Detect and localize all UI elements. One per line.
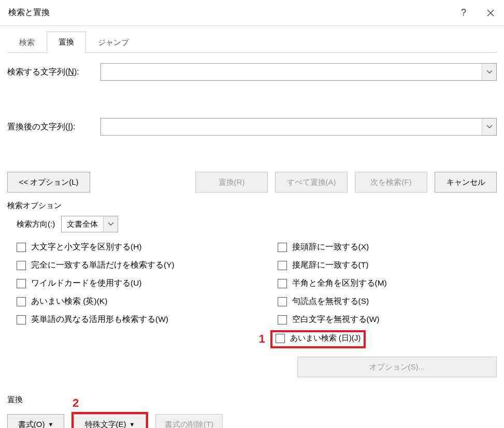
find-label: 検索する文字列(N): — [7, 67, 100, 78]
fuzzy-jp-label: あいまい検索 (日)(J) — [290, 333, 361, 343]
wildcards-row[interactable]: ワイルドカードを使用する(U) — [17, 278, 236, 289]
tab-replace[interactable]: 置換 — [47, 32, 86, 53]
prefix-checkbox[interactable] — [278, 243, 287, 252]
annotation-1: 1 — [259, 332, 265, 346]
help-button[interactable]: ? — [450, 0, 477, 26]
match-case-label: 大文字と小文字を区別する(H) — [31, 242, 142, 253]
match-case-row[interactable]: 大文字と小文字を区別する(H) — [17, 242, 236, 253]
options-grid: 大文字と小文字を区別する(H) 完全に一致する単語だけを検索する(Y) ワイルド… — [17, 242, 497, 377]
find-row: 検索する文字列(N): — [7, 63, 497, 81]
window-title: 検索と置換 — [8, 7, 450, 18]
punctuation-row[interactable]: 句読点を無視する(S) — [278, 296, 497, 307]
direction-combo[interactable]: 文書全体 — [61, 216, 118, 232]
chevron-down-icon — [486, 70, 493, 74]
direction-value: 文書全体 — [62, 216, 103, 232]
direction-dropdown-button[interactable] — [103, 216, 118, 232]
no-formatting-button[interactable]: 書式の削除(T) — [155, 414, 223, 428]
options-col-left: 大文字と小文字を区別する(H) 完全に一致する単語だけを検索する(Y) ワイルド… — [17, 242, 236, 377]
help-icon: ? — [461, 7, 466, 18]
direction-row: 検索方向(:) 文書全体 — [17, 216, 497, 232]
tab-bar: 検索 置換 ジャンプ — [7, 31, 497, 53]
fuzzy-jp-highlight: あいまい検索 (日)(J) — [270, 330, 366, 348]
suffix-label: 接尾辞に一致する(T) — [292, 260, 369, 271]
fuzzy-en-row[interactable]: あいまい検索 (英)(K) — [17, 296, 236, 307]
find-combo[interactable] — [100, 63, 497, 81]
format-button[interactable]: 書式(O)▼ — [7, 414, 64, 428]
find-dropdown-button[interactable] — [482, 64, 496, 80]
whole-word-checkbox[interactable] — [17, 261, 26, 270]
replace-button[interactable]: 置換(R) — [195, 172, 268, 193]
tab-search[interactable]: 検索 — [7, 32, 47, 53]
caret-down-icon: ▼ — [48, 421, 53, 427]
annotation-2: 2 — [73, 396, 79, 410]
options-toggle-button[interactable]: << オプション(L) — [7, 172, 90, 193]
word-forms-checkbox[interactable] — [17, 315, 26, 324]
width-checkbox[interactable] — [278, 279, 287, 288]
fuzzy-en-label: あいまい検索 (英)(K) — [31, 296, 107, 307]
direction-label: 検索方向(:) — [17, 219, 55, 229]
options-col-right: 接頭辞に一致する(X) 接尾辞に一致する(T) 半角と全角を区別する(M) 句読… — [252, 242, 497, 377]
prefix-row[interactable]: 接頭辞に一致する(X) — [278, 242, 497, 253]
wildcards-checkbox[interactable] — [17, 279, 26, 288]
replace-row: 置換後の文字列(I): — [7, 118, 497, 136]
wildcards-label: ワイルドカードを使用する(U) — [31, 278, 142, 289]
width-row[interactable]: 半角と全角を区別する(M) — [278, 278, 497, 289]
fuzzy-options-button[interactable]: オプション(S)... — [297, 357, 497, 377]
caret-down-icon: ▼ — [129, 421, 135, 427]
prefix-label: 接頭辞に一致する(X) — [292, 242, 369, 253]
close-icon — [486, 9, 495, 17]
close-button[interactable] — [477, 0, 504, 26]
search-options-legend: 検索オプション — [7, 201, 497, 211]
replace-input[interactable] — [101, 119, 482, 135]
suffix-checkbox[interactable] — [278, 261, 287, 270]
titlebar: 検索と置換 ? — [0, 0, 504, 26]
replace-button-row: 書式(O)▼ 2 特殊文字(E)▼ 書式の削除(T) — [7, 412, 497, 428]
main-button-row: << オプション(L) 置換(R) すべて置換(A) 次を検索(F) キャンセル — [7, 172, 497, 193]
replace-label: 置換後の文字列(I): — [7, 122, 100, 132]
tab-jump[interactable]: ジャンプ — [86, 32, 141, 53]
replace-section-legend: 置換 — [7, 395, 497, 405]
whole-word-label: 完全に一致する単語だけを検索する(Y) — [31, 260, 175, 271]
width-label: 半角と全角を区別する(M) — [292, 278, 387, 289]
find-input[interactable] — [101, 64, 482, 80]
whitespace-checkbox[interactable] — [278, 315, 287, 324]
punctuation-checkbox[interactable] — [278, 297, 287, 306]
replace-all-button[interactable]: すべて置換(A) — [275, 172, 348, 193]
whole-word-row[interactable]: 完全に一致する単語だけを検索する(Y) — [17, 260, 236, 271]
special-char-button[interactable]: 特殊文字(E)▼ — [74, 414, 146, 428]
chevron-down-icon — [486, 125, 493, 129]
punctuation-label: 句読点を無視する(S) — [292, 296, 369, 307]
fuzzy-en-checkbox[interactable] — [17, 297, 26, 306]
chevron-down-icon — [108, 222, 114, 226]
word-forms-label: 英単語の異なる活用形も検索する(W) — [31, 314, 168, 325]
replace-dropdown-button[interactable] — [482, 119, 496, 135]
special-char-highlight: 特殊文字(E)▼ — [71, 412, 148, 428]
whitespace-label: 空白文字を無視する(W) — [292, 314, 380, 325]
find-next-button[interactable]: 次を検索(F) — [355, 172, 427, 193]
whitespace-row[interactable]: 空白文字を無視する(W) — [278, 314, 497, 325]
word-forms-row[interactable]: 英単語の異なる活用形も検索する(W) — [17, 314, 236, 325]
suffix-row[interactable]: 接尾辞に一致する(T) — [278, 260, 497, 271]
cancel-button[interactable]: キャンセル — [435, 172, 497, 193]
replace-combo[interactable] — [100, 118, 497, 136]
match-case-checkbox[interactable] — [17, 243, 26, 252]
fuzzy-jp-checkbox[interactable] — [276, 334, 285, 343]
